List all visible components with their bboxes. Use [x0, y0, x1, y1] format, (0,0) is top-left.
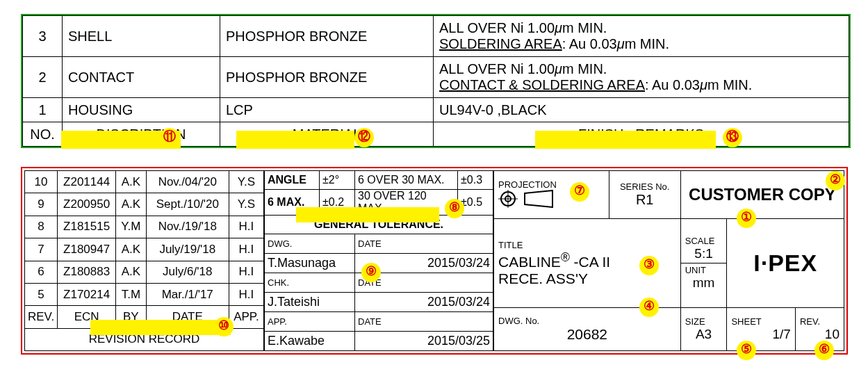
callout-5: ⑤ [737, 341, 756, 360]
callout-7: ⑦ [570, 182, 589, 202]
callout-10: ⑩ [214, 317, 234, 336]
callout-3: ③ [639, 256, 659, 275]
callout-9: ⑨ [361, 263, 381, 282]
highlight [296, 207, 439, 222]
callout-11: ⑪ [160, 128, 179, 147]
customer-copy: CUSTOMER COPY [680, 171, 844, 219]
part-desc: SHELL [63, 16, 220, 57]
callout-2: ② [826, 171, 845, 190]
header-no: NO. [23, 122, 63, 147]
callout-4: ④ [639, 298, 659, 317]
part-mat: PHOSPHOR BRONZE [220, 16, 434, 57]
callout-8: ⑧ [445, 199, 464, 218]
callout-6: ⑥ [814, 341, 834, 360]
part-finish: ALL OVER Ni 1.00μm MIN. SOLDERING AREA :… [434, 16, 849, 57]
svg-marker-4 [525, 190, 552, 207]
callout-12: ⑫ [354, 128, 374, 147]
parts-list: 3 SHELL PHOSPHOR BRONZE ALL OVER Ni 1.00… [21, 14, 851, 148]
highlight [535, 131, 716, 149]
highlight [236, 131, 354, 149]
part-no: 3 [23, 16, 63, 57]
projection-icon [498, 190, 561, 211]
ipex-logo: I·PEX [753, 250, 817, 276]
highlight [90, 320, 231, 335]
tolerance-signoff: ANGLE ±2° 6 OVER 30 MAX. ±0.3 6 MAX. ±0.… [264, 170, 493, 351]
callout-13: ⑬ [723, 128, 742, 147]
callout-1: ① [737, 209, 756, 228]
title-right: PROJECTION SERIES No. R1 CUSTOMER COPY T… [493, 170, 844, 351]
